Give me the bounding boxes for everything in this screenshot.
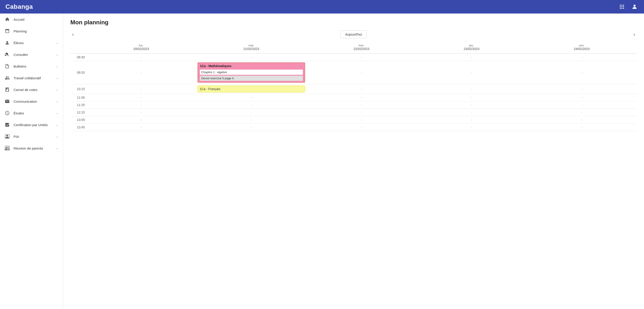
empty-slot: - bbox=[581, 87, 582, 91]
sidebar-item-eleves-left: Élèves bbox=[4, 40, 24, 45]
sidebar-item-etudes-left: Études bbox=[4, 110, 24, 116]
empty-slot: - bbox=[471, 125, 472, 129]
sidebar-item-communication[interactable]: Communication ⌄ bbox=[0, 95, 63, 107]
sidebar-item-eleves[interactable]: Élèves ⌄ bbox=[0, 37, 63, 49]
svg-rect-5 bbox=[623, 6, 624, 7]
sidebar-label-etudes: Études bbox=[14, 111, 24, 115]
day-cell-12:15-3: - bbox=[416, 109, 526, 116]
sidebar-label-eleves: Élèves bbox=[14, 41, 24, 45]
sidebar-item-bulletins-left: Bulletins bbox=[4, 63, 26, 69]
sidebar-item-pia[interactable]: PIA ⌄ bbox=[0, 131, 63, 142]
day-cell-11:00-1: - bbox=[196, 94, 306, 101]
sidebar-item-reunion-left: Réunion de parents bbox=[4, 145, 43, 151]
timeslot-row: 11:25----- bbox=[70, 101, 637, 109]
sidebar-item-carnet[interactable]: Carnet de cotes ⌄ bbox=[0, 84, 63, 95]
day-date-tue: 21/02/2023 bbox=[197, 47, 305, 51]
empty-slot: - bbox=[361, 71, 362, 74]
sidebar-item-travail-collaboratif[interactable]: Travail collaboratif ⌄ bbox=[0, 72, 63, 84]
prev-button[interactable]: ‹ bbox=[70, 31, 76, 38]
content-inner: Mon planning ‹ Aujourd'hui › lun. 20/02/… bbox=[63, 13, 644, 136]
day-cell-13:05-2: - bbox=[306, 116, 416, 124]
day-cell-09:20-4: - bbox=[527, 61, 637, 84]
event-french[interactable]: 1Ca - Français bbox=[198, 86, 305, 92]
calendar-header-row: lun. 20/02/2023 mar. 21/02/2023 mer. 22/… bbox=[70, 42, 637, 54]
sidebar-label-accueil: Accueil bbox=[14, 17, 24, 21]
event-math[interactable]: 1Ca - MathématiquesChapitre 1 : algèbreD… bbox=[198, 62, 305, 83]
document-icon bbox=[4, 63, 10, 69]
empty-slot: - bbox=[361, 111, 362, 114]
svg-rect-3 bbox=[620, 6, 621, 7]
day-cell-11:00-0: - bbox=[86, 94, 196, 101]
sidebar-item-etudes[interactable]: Études ⌄ bbox=[0, 107, 63, 119]
day-cell-12:15-2: - bbox=[306, 109, 416, 116]
today-button[interactable]: Aujourd'hui bbox=[340, 30, 367, 38]
sidebar-label-pia: PIA bbox=[14, 135, 19, 138]
time-cell-08:30: 08:30 bbox=[70, 54, 86, 61]
empty-slot: - bbox=[141, 103, 142, 107]
empty-slot: - bbox=[471, 118, 472, 122]
account-button[interactable] bbox=[630, 3, 638, 11]
empty-slot: - bbox=[141, 87, 142, 91]
sidebar-item-planning[interactable]: Planning bbox=[0, 25, 63, 37]
empty-slot: - bbox=[471, 55, 472, 59]
chevron-icon-carnet: ⌄ bbox=[56, 88, 58, 91]
day-header-mon: lun. 20/02/2023 bbox=[86, 42, 196, 54]
grid-button[interactable] bbox=[618, 3, 626, 11]
time-cell-10:10: 10:10 bbox=[70, 84, 86, 94]
day-cell-08:30-4: - bbox=[527, 54, 637, 61]
empty-slot: - bbox=[471, 111, 472, 114]
day-cell-10:10-4: - bbox=[527, 84, 637, 94]
search-icon bbox=[4, 52, 10, 57]
face-icon bbox=[4, 40, 10, 45]
sidebar-label-certification: Certification par Unités bbox=[14, 123, 48, 127]
day-cell-13:05-3: - bbox=[416, 116, 526, 124]
time-header bbox=[70, 42, 86, 54]
svg-rect-7 bbox=[622, 8, 622, 9]
logo: Cabanga bbox=[6, 3, 33, 10]
day-cell-13:45-2: - bbox=[306, 124, 416, 131]
day-cell-08:30-3: - bbox=[416, 54, 526, 61]
svg-rect-12 bbox=[5, 146, 10, 150]
day-cell-09:20-3: - bbox=[416, 61, 526, 84]
chevron-icon-travail: ⌄ bbox=[56, 76, 58, 79]
sidebar-item-bulletins[interactable]: Bulletins ⌄ bbox=[0, 60, 63, 72]
time-cell-13:05: 13:05 bbox=[70, 116, 86, 124]
timeslot-row: 13:45----- bbox=[70, 124, 637, 131]
svg-rect-4 bbox=[622, 6, 622, 7]
day-cell-13:45-4: - bbox=[527, 124, 637, 131]
sidebar-item-consulter-left: Consulter bbox=[4, 52, 28, 57]
sidebar-item-pia-left: PIA bbox=[4, 134, 19, 139]
empty-slot: - bbox=[361, 118, 362, 122]
day-cell-10:10-1[interactable]: 1Ca - Français bbox=[196, 84, 306, 94]
empty-slot: - bbox=[581, 55, 582, 59]
person-id-icon bbox=[4, 134, 10, 139]
empty-slot: - bbox=[361, 103, 362, 107]
svg-rect-2 bbox=[623, 5, 624, 6]
book-icon bbox=[4, 87, 10, 92]
sidebar-item-certification[interactable]: Certification par Unités ⌄ bbox=[0, 119, 63, 131]
empty-slot: - bbox=[361, 55, 362, 59]
sidebar-item-reunion[interactable]: Réunion de parents ⌄ bbox=[0, 142, 63, 154]
chevron-icon-eleves: ⌄ bbox=[56, 41, 58, 44]
chevron-icon-etudes: ⌄ bbox=[56, 111, 58, 115]
empty-slot: - bbox=[141, 111, 142, 114]
day-cell-11:25-0: - bbox=[86, 101, 196, 109]
sidebar-item-consulter[interactable]: Consulter ⌄ bbox=[0, 49, 63, 60]
chevron-icon-communication: ⌄ bbox=[56, 100, 58, 103]
sidebar-label-carnet: Carnet de cotes bbox=[14, 88, 38, 92]
empty-slot: - bbox=[581, 125, 582, 129]
empty-slot: - bbox=[471, 87, 472, 91]
next-button[interactable]: › bbox=[632, 31, 637, 38]
empty-slot: - bbox=[581, 103, 582, 107]
svg-rect-8 bbox=[623, 8, 624, 9]
day-name-wed: mer. bbox=[307, 44, 416, 47]
day-cell-13:05-1: - bbox=[196, 116, 306, 124]
day-cell-09:20-1[interactable]: 1Ca - MathématiquesChapitre 1 : algèbreD… bbox=[196, 61, 306, 84]
sidebar-item-accueil[interactable]: Accueil bbox=[0, 13, 63, 25]
empty-slot: - bbox=[141, 118, 142, 122]
timeslot-row: 10:10-1Ca - Français--- bbox=[70, 84, 637, 94]
empty-slot: - bbox=[251, 103, 252, 107]
day-date-thu: 23/02/2023 bbox=[418, 47, 526, 51]
day-cell-10:10-3: - bbox=[416, 84, 526, 94]
top-header: Cabanga bbox=[0, 0, 644, 13]
